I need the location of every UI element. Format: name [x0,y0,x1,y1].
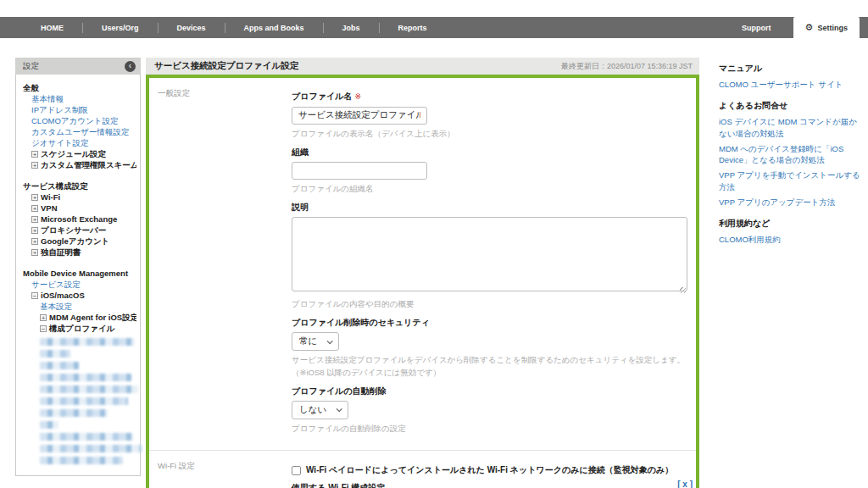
section-label-wifi: Wi-Fi 設定 [149,451,292,488]
label-text: プロファイル名 [292,92,352,101]
redacted-item[interactable] [40,362,79,369]
organization-input[interactable] [292,162,427,180]
sidebar-item-basic-info[interactable]: 基本情報 [23,93,136,104]
sidebar-item-geosite[interactable]: ジオサイト設定 [23,137,136,148]
nav-users-org[interactable]: Users/Org [83,24,158,32]
nav-reports[interactable]: Reports [380,24,446,32]
sidebar-item-custom-admin-scheme[interactable]: + カスタム管理権限スキーム設定 [23,159,136,170]
sidebar-item-label: iOS/macOS [41,290,85,301]
faq-link-ios-device[interactable]: MDM へのデバイス登録時に「iOS Device」となる場合の対処法 [719,143,863,166]
sidebar-item-ios-macos[interactable]: − iOS/macOS [23,290,136,301]
sidebar-item-label: 独自証明書 [41,247,81,258]
faq-link-vpp-manual-install[interactable]: VPP アプリを手動でインストールする方法 [719,169,863,192]
sidebar-item-label: VPN [41,202,58,214]
expand-icon[interactable]: + [31,216,38,223]
faq-link-mdm-command[interactable]: iOS デバイスに MDM コマンドが届かない場合の対処法 [719,116,863,139]
remove-wifi-config-link[interactable]: [ x ] [677,480,693,488]
redacted-item[interactable] [40,385,138,393]
sidebar-item-wifi[interactable]: + Wi-Fi [23,191,136,202]
expand-icon[interactable]: + [31,227,38,234]
terms-group: 利用規約など CLOMO利用規約 [719,218,863,245]
nav-devices[interactable]: Devices [159,24,225,32]
manual-link-support-site[interactable]: CLOMO ユーザーサポート サイト [719,79,863,90]
sidebar-collapse-button[interactable]: ‹ [125,61,136,72]
main-content: サービス接続設定プロファイル設定 最終更新日：2026/01/07 15:36:… [146,58,699,488]
redacted-item[interactable] [40,457,123,464]
settings-label: Settings [817,24,848,32]
sidebar-item-label: スケジュール設定 [41,148,106,159]
sidebar-section-service-config: サービス構成設定 [23,180,136,191]
sidebar-item-proxy-server[interactable]: + プロキシサーバー [23,225,136,236]
wifi-settings-section: Wi-Fi 設定 Wi-Fi ペイロードによってインストールされた Wi-Fi … [149,450,696,488]
redacted-item[interactable] [40,350,70,358]
wifi-fields: Wi-Fi ペイロードによってインストールされた Wi-Fi ネットワークのみに… [292,451,696,488]
faq-link-vpp-update[interactable]: VPP アプリのアップデート方法 [719,197,863,208]
sidebar-item-service-settings[interactable]: サービス設定 [23,279,136,290]
wifi-payload-checkbox-row: Wi-Fi ペイロードによってインストールされた Wi-Fi ネットワークのみに… [292,464,687,476]
resize-grip-icon[interactable] [680,287,686,293]
faq-header: よくあるお問合せ [719,100,863,112]
expand-icon[interactable]: + [31,249,38,256]
collapse-icon[interactable]: − [40,325,47,332]
expand-icon[interactable]: + [31,205,38,212]
description-textarea[interactable] [292,217,687,291]
terms-header: 利用規約など [719,218,863,230]
nav-jobs[interactable]: Jobs [324,24,379,32]
sidebar-item-custom-user-info[interactable]: カスタムユーザー情報設定 [23,126,136,137]
profile-name-input[interactable] [292,107,427,125]
collapse-icon[interactable]: − [31,292,38,299]
expand-icon[interactable]: + [31,194,38,201]
sidebar-section-general: 全般 [23,82,136,93]
auto-removal-label: プロファイルの自動削除 [292,385,687,397]
removal-security-select[interactable]: 常に [292,332,339,351]
sidebar-item-mdm-agent-ios[interactable]: + MDM Agent for iOS設定 [23,312,136,323]
sidebar-item-ip-restriction[interactable]: IPアドレス制限 [23,104,136,115]
page: HOME Users/Org Devices Apps and Books Jo… [0,0,868,488]
auto-removal-helper: プロファイルの自動削除の設定 [292,423,687,435]
top-nav-right: Support ⚙ Settings [720,17,868,38]
sidebar-item-schedule[interactable]: + スケジュール設定 [23,148,136,159]
redacted-item[interactable] [40,374,131,381]
sidebar-item-google-account[interactable]: + Googleアカウント [23,236,136,247]
auto-removal-select[interactable]: しない [292,401,348,419]
nav-support[interactable]: Support [720,17,793,38]
redacted-item[interactable] [40,409,108,417]
nav-home[interactable]: HOME [22,24,82,32]
sidebar-item-custom-certificate[interactable]: + 独自証明書 [23,247,136,258]
required-mark: ※ [354,92,361,101]
description-label: 説明 [292,202,687,214]
wifi-config-select-label: 使用する Wi-Fi 構成設定 [292,482,687,488]
sidebar-item-label: 構成プロファイル [49,323,114,334]
description-helper: プロファイルの内容や目的の概要 [292,298,687,310]
redacted-tree-items [23,338,136,464]
expand-icon[interactable]: + [40,314,47,321]
page-title: サービス接続設定プロファイル設定 [154,60,298,72]
redacted-item[interactable] [40,397,128,405]
sidebar-item-microsoft-exchange[interactable]: + Microsoft Exchange [23,214,136,225]
sidebar-item-config-profile[interactable]: − 構成プロファイル [23,323,136,334]
nav-apps-and-books[interactable]: Apps and Books [225,24,323,32]
sidebar-item-vpn[interactable]: + VPN [23,202,136,214]
sidebar-tree: 全般 基本情報 IPアドレス制限 CLOMOアカウント設定 カスタムユーザー情報… [15,75,141,476]
redacted-item[interactable] [40,421,58,429]
organization-helper: プロファイルの組織名 [292,183,687,195]
expand-icon[interactable]: + [31,151,38,158]
profile-name-label: プロファイル名※ [292,91,687,103]
sidebar-item-label: プロキシサーバー [41,225,106,236]
selected-value: 常に [299,336,317,347]
sidebar-title: 設定 [23,61,39,72]
main-header: サービス接続設定プロファイル設定 最終更新日：2026/01/07 15:36:… [146,58,699,75]
redacted-item[interactable] [40,445,142,452]
terms-link-clomo[interactable]: CLOMO利用規約 [719,234,863,245]
wifi-payload-checkbox[interactable] [292,466,301,475]
sidebar-item-clomo-account[interactable]: CLOMOアカウント設定 [23,115,136,126]
redacted-item[interactable] [40,433,133,441]
sidebar-item-basic-settings[interactable]: 基本設定 [23,301,136,312]
selected-value: しない [299,404,326,416]
expand-icon[interactable]: + [31,162,38,169]
redacted-item[interactable] [40,338,135,346]
help-panel: マニュアル CLOMO ユーザーサポート サイト よくあるお問合せ iOS デバ… [719,63,863,256]
tab-settings[interactable]: ⚙ Settings [793,17,860,38]
expand-icon[interactable]: + [31,238,38,245]
chevron-down-icon [327,338,333,344]
